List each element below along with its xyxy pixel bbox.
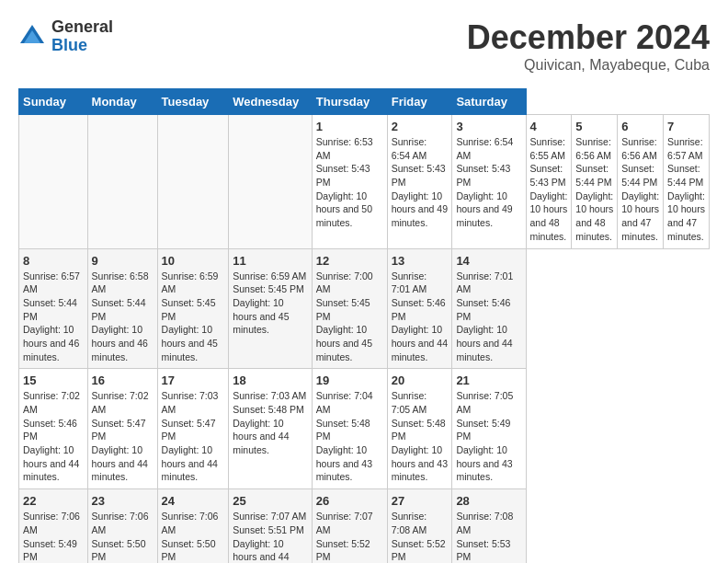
day-number: 9 [92, 254, 154, 268]
table-cell: 20 Sunrise: 7:05 AM Sunset: 5:48 PM Dayl… [387, 369, 452, 489]
table-cell: 3 Sunrise: 6:54 AM Sunset: 5:43 PM Dayli… [452, 115, 526, 249]
table-cell: 9 Sunrise: 6:58 AM Sunset: 5:44 PM Dayli… [87, 248, 157, 369]
table-cell: 7 Sunrise: 6:57 AM Sunset: 5:44 PM Dayli… [664, 115, 710, 249]
col-friday: Friday [387, 89, 452, 115]
day-info: Sunrise: 7:06 AM Sunset: 5:50 PM Dayligh… [162, 510, 225, 563]
day-number: 13 [392, 254, 449, 268]
month-title: December 2024 [467, 18, 710, 57]
table-cell: 23 Sunrise: 7:06 AM Sunset: 5:50 PM Dayl… [87, 489, 157, 563]
page-header: General Blue December 2024 Quivican, May… [18, 18, 710, 74]
logo-blue: Blue [51, 37, 113, 55]
day-number: 1 [316, 120, 383, 133]
calendar-header: Sunday Monday Tuesday Wednesday Thursday… [19, 89, 710, 115]
day-info: Sunrise: 7:03 AM Sunset: 5:47 PM Dayligh… [162, 389, 225, 484]
day-number: 6 [621, 120, 659, 133]
col-wednesday: Wednesday [229, 89, 313, 115]
table-cell: 4 Sunrise: 6:55 AM Sunset: 5:43 PM Dayli… [526, 115, 572, 249]
week-row-1: 1 Sunrise: 6:53 AM Sunset: 5:43 PM Dayli… [19, 115, 710, 249]
day-info: Sunrise: 7:00 AM Sunset: 5:45 PM Dayligh… [316, 270, 383, 364]
day-info: Sunrise: 6:53 AM Sunset: 5:43 PM Dayligh… [316, 135, 383, 230]
week-row-2: 8 Sunrise: 6:57 AM Sunset: 5:44 PM Dayli… [19, 248, 710, 369]
day-number: 16 [92, 373, 154, 387]
table-cell: 12 Sunrise: 7:00 AM Sunset: 5:45 PM Dayl… [312, 248, 387, 369]
day-number: 24 [162, 494, 225, 508]
day-info: Sunrise: 7:03 AM Sunset: 5:48 PM Dayligh… [233, 389, 308, 456]
day-info: Sunrise: 6:58 AM Sunset: 5:44 PM Dayligh… [92, 270, 154, 364]
day-number: 22 [23, 494, 84, 508]
table-cell [229, 115, 313, 249]
table-cell: 2 Sunrise: 6:54 AM Sunset: 5:43 PM Dayli… [387, 115, 452, 249]
logo-text: General Blue [51, 18, 113, 55]
day-number: 25 [233, 494, 308, 508]
day-number: 10 [162, 254, 225, 268]
table-cell: 5 Sunrise: 6:56 AM Sunset: 5:44 PM Dayli… [572, 115, 618, 249]
table-cell: 19 Sunrise: 7:04 AM Sunset: 5:48 PM Dayl… [312, 369, 387, 489]
day-info: Sunrise: 7:02 AM Sunset: 5:47 PM Dayligh… [92, 389, 154, 484]
col-tuesday: Tuesday [157, 89, 229, 115]
table-cell: 14 Sunrise: 7:01 AM Sunset: 5:46 PM Dayl… [452, 248, 526, 369]
week-row-3: 15 Sunrise: 7:02 AM Sunset: 5:46 PM Dayl… [19, 369, 710, 489]
day-info: Sunrise: 6:57 AM Sunset: 5:44 PM Dayligh… [23, 270, 84, 364]
col-sunday: Sunday [19, 89, 88, 115]
day-info: Sunrise: 7:05 AM Sunset: 5:49 PM Dayligh… [456, 389, 521, 484]
day-info: Sunrise: 6:57 AM Sunset: 5:44 PM Dayligh… [667, 135, 705, 244]
table-cell [157, 115, 229, 249]
day-info: Sunrise: 6:56 AM Sunset: 5:44 PM Dayligh… [621, 135, 659, 244]
table-cell: 22 Sunrise: 7:06 AM Sunset: 5:49 PM Dayl… [19, 489, 88, 563]
logo-general: General [51, 18, 113, 37]
day-info: Sunrise: 6:54 AM Sunset: 5:43 PM Dayligh… [456, 135, 521, 230]
day-number: 28 [456, 494, 521, 508]
table-cell: 27 Sunrise: 7:08 AM Sunset: 5:52 PM Dayl… [387, 489, 452, 563]
day-number: 19 [316, 373, 383, 387]
day-info: Sunrise: 7:07 AM Sunset: 5:52 PM Dayligh… [316, 510, 383, 563]
table-cell: 8 Sunrise: 6:57 AM Sunset: 5:44 PM Dayli… [19, 248, 88, 369]
day-number: 20 [392, 373, 449, 387]
title-block: December 2024 Quivican, Mayabeque, Cuba [467, 18, 710, 74]
day-info: Sunrise: 7:08 AM Sunset: 5:52 PM Dayligh… [392, 510, 449, 563]
week-row-4: 22 Sunrise: 7:06 AM Sunset: 5:49 PM Dayl… [19, 489, 710, 563]
day-info: Sunrise: 7:01 AM Sunset: 5:46 PM Dayligh… [456, 270, 521, 364]
day-info: Sunrise: 6:59 AM Sunset: 5:45 PM Dayligh… [233, 270, 308, 337]
day-info: Sunrise: 7:02 AM Sunset: 5:46 PM Dayligh… [23, 389, 84, 484]
day-info: Sunrise: 7:01 AM Sunset: 5:46 PM Dayligh… [392, 270, 449, 364]
table-cell: 26 Sunrise: 7:07 AM Sunset: 5:52 PM Dayl… [312, 489, 387, 563]
table-cell: 1 Sunrise: 6:53 AM Sunset: 5:43 PM Dayli… [312, 115, 387, 249]
day-number: 2 [392, 120, 449, 133]
logo: General Blue [18, 18, 113, 55]
table-cell: 24 Sunrise: 7:06 AM Sunset: 5:50 PM Dayl… [157, 489, 229, 563]
day-number: 5 [575, 120, 613, 133]
day-number: 8 [23, 254, 84, 268]
day-number: 3 [456, 120, 521, 133]
calendar-table: Sunday Monday Tuesday Wednesday Thursday… [18, 88, 710, 563]
table-cell: 28 Sunrise: 7:08 AM Sunset: 5:53 PM Dayl… [452, 489, 526, 563]
day-info: Sunrise: 7:05 AM Sunset: 5:48 PM Dayligh… [392, 389, 449, 484]
day-info: Sunrise: 6:59 AM Sunset: 5:45 PM Dayligh… [162, 270, 225, 364]
table-cell: 17 Sunrise: 7:03 AM Sunset: 5:47 PM Dayl… [157, 369, 229, 489]
day-info: Sunrise: 6:55 AM Sunset: 5:43 PM Dayligh… [530, 135, 568, 244]
day-info: Sunrise: 7:08 AM Sunset: 5:53 PM Dayligh… [456, 510, 521, 563]
col-monday: Monday [87, 89, 157, 115]
day-number: 15 [23, 373, 84, 387]
day-info: Sunrise: 7:06 AM Sunset: 5:49 PM Dayligh… [23, 510, 84, 563]
day-number: 4 [530, 120, 568, 133]
day-number: 27 [392, 494, 449, 508]
col-thursday: Thursday [312, 89, 387, 115]
table-cell: 6 Sunrise: 6:56 AM Sunset: 5:44 PM Dayli… [618, 115, 664, 249]
day-number: 21 [456, 373, 521, 387]
day-number: 11 [233, 254, 308, 268]
table-cell: 10 Sunrise: 6:59 AM Sunset: 5:45 PM Dayl… [157, 248, 229, 369]
table-cell: 11 Sunrise: 6:59 AM Sunset: 5:45 PM Dayl… [229, 248, 313, 369]
header-row: Sunday Monday Tuesday Wednesday Thursday… [19, 89, 710, 115]
day-info: Sunrise: 7:06 AM Sunset: 5:50 PM Dayligh… [92, 510, 154, 563]
day-number: 26 [316, 494, 383, 508]
table-cell: 16 Sunrise: 7:02 AM Sunset: 5:47 PM Dayl… [87, 369, 157, 489]
day-info: Sunrise: 6:56 AM Sunset: 5:44 PM Dayligh… [575, 135, 613, 244]
calendar-body: 1 Sunrise: 6:53 AM Sunset: 5:43 PM Dayli… [19, 115, 710, 564]
table-cell [19, 115, 88, 249]
table-cell: 13 Sunrise: 7:01 AM Sunset: 5:46 PM Dayl… [387, 248, 452, 369]
table-cell: 21 Sunrise: 7:05 AM Sunset: 5:49 PM Dayl… [452, 369, 526, 489]
day-number: 17 [162, 373, 225, 387]
day-info: Sunrise: 7:07 AM Sunset: 5:51 PM Dayligh… [233, 510, 308, 563]
col-saturday: Saturday [452, 89, 526, 115]
day-number: 23 [92, 494, 154, 508]
